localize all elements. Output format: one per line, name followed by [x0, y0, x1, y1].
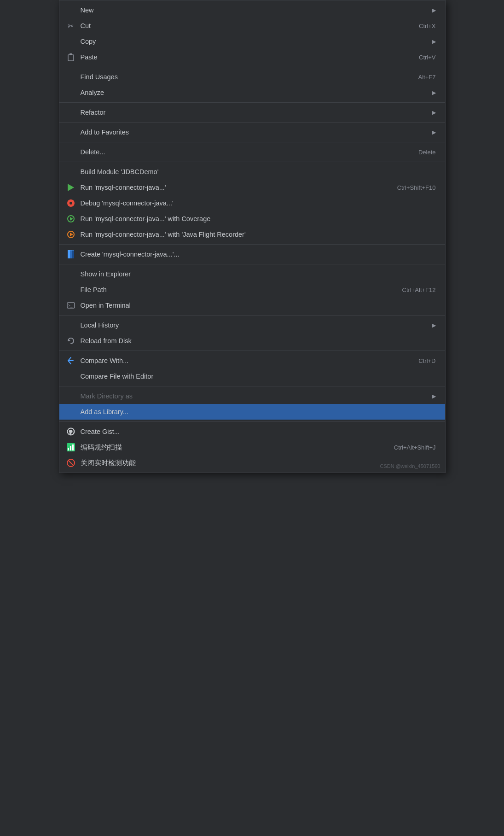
menu-item-mark-directory[interactable]: Mark Directory as▶ [59, 388, 445, 404]
no-icon [66, 371, 76, 381]
menu-item-create-gist[interactable]: Create Gist... [59, 424, 445, 439]
menu-label-add-favorites: Add to Favorites [81, 129, 429, 136]
no-icon [66, 107, 76, 117]
svg-line-18 [68, 361, 71, 364]
archive-icon [66, 249, 76, 259]
menu-item-find-usages[interactable]: Find UsagesAlt+F7 [59, 69, 445, 85]
svg-rect-22 [68, 448, 69, 450]
menu-divider [59, 67, 445, 67]
menu-divider [59, 351, 445, 351]
menu-label-copy: Copy [81, 38, 429, 45]
menu-item-debug[interactable]: Debug 'mysql-connector-java...' [59, 195, 445, 211]
menu-item-copy[interactable]: Copy▶ [59, 34, 445, 49]
svg-rect-11 [70, 250, 72, 258]
menu-item-run[interactable]: Run 'mysql-connector-java...'Ctrl+Shift+… [59, 180, 445, 195]
menu-item-compare-editor[interactable]: Compare File with Editor [59, 368, 445, 384]
menu-divider [59, 122, 445, 123]
context-menu: New▶✂CutCtrl+XCopy▶PasteCtrl+VFind Usage… [59, 0, 446, 473]
no-icon [66, 407, 76, 417]
svg-text:>_: >_ [68, 304, 73, 308]
menu-label-new: New [81, 6, 429, 14]
no-icon [66, 36, 76, 47]
menu-label-run: Run 'mysql-connector-java...' [81, 184, 379, 191]
menu-label-reload-disk: Reload from Disk [81, 337, 436, 345]
menu-item-close-realtime[interactable]: 关闭实时检测功能CSDN @weixin_45071560 [59, 455, 445, 471]
no-icon [66, 5, 76, 15]
menu-divider [59, 386, 445, 386]
menu-label-cut: Cut [81, 22, 401, 29]
menu-item-reload-disk[interactable]: Reload from Disk [59, 333, 445, 349]
menu-item-show-explorer[interactable]: Show in Explorer [59, 266, 445, 282]
menu-label-refactor: Refactor [81, 109, 429, 116]
menu-item-code-scan[interactable]: 编码规约扫描Ctrl+Alt+Shift+J [59, 439, 445, 455]
submenu-arrow-copy: ▶ [432, 39, 436, 45]
menu-item-cut[interactable]: ✂CutCtrl+X [59, 18, 445, 34]
menu-shortcut-compare-with: Ctrl+D [400, 357, 435, 364]
menu-item-local-history[interactable]: Local History▶ [59, 317, 445, 333]
svg-rect-23 [70, 446, 71, 450]
no-icon [66, 147, 76, 157]
svg-marker-9 [70, 233, 73, 236]
debug-icon [66, 198, 76, 208]
menu-item-new[interactable]: New▶ [59, 2, 445, 18]
menu-item-compare-with[interactable]: Compare With...Ctrl+D [59, 353, 445, 368]
svg-line-17 [68, 357, 71, 361]
menu-label-find-usages: Find Usages [81, 73, 400, 81]
menu-item-run-coverage[interactable]: Run 'mysql-connector-java...' with Cover… [59, 211, 445, 227]
menu-label-open-terminal: Open in Terminal [81, 302, 436, 309]
menu-item-paste[interactable]: PasteCtrl+V [59, 49, 445, 65]
no-icon [66, 269, 76, 279]
menu-item-refactor[interactable]: Refactor▶ [59, 105, 445, 120]
menu-label-show-explorer: Show in Explorer [81, 270, 436, 278]
menu-item-file-path[interactable]: File PathCtrl+Alt+F12 [59, 282, 445, 298]
menu-item-run-flight[interactable]: Run 'mysql-connector-java...' with 'Java… [59, 227, 445, 242]
github-icon [66, 427, 76, 437]
menu-item-analyze[interactable]: Analyze▶ [59, 85, 445, 100]
svg-line-26 [68, 460, 74, 466]
no-icon [66, 320, 76, 330]
menu-divider [59, 102, 445, 103]
menu-label-create: Create 'mysql-connector-java...'... [81, 251, 436, 258]
svg-point-3 [70, 202, 72, 205]
svg-rect-12 [72, 250, 74, 258]
svg-marker-16 [68, 339, 70, 341]
submenu-arrow-refactor: ▶ [432, 110, 436, 116]
reload-icon [66, 336, 76, 346]
menu-label-delete: Delete... [81, 148, 400, 156]
menu-divider [59, 162, 445, 162]
svg-rect-0 [68, 55, 74, 61]
menu-label-local-history: Local History [81, 322, 429, 329]
menu-item-build-module[interactable]: Build Module 'JDBCDemo' [59, 164, 445, 180]
watermark-text: CSDN @weixin_45071560 [380, 463, 440, 469]
submenu-arrow-mark-directory: ▶ [432, 393, 436, 399]
no-icon [66, 127, 76, 137]
menu-divider [59, 244, 445, 245]
run-icon [66, 182, 76, 193]
menu-label-create-gist: Create Gist... [81, 428, 436, 435]
menu-label-build-module: Build Module 'JDBCDemo' [81, 168, 436, 175]
no-icon [66, 88, 76, 98]
submenu-arrow-add-favorites: ▶ [432, 129, 436, 135]
no-icon [66, 391, 76, 401]
menu-item-open-terminal[interactable]: >_Open in Terminal [59, 298, 445, 313]
menu-divider [59, 264, 445, 264]
menu-item-add-favorites[interactable]: Add to Favorites▶ [59, 124, 445, 140]
svg-rect-10 [68, 250, 70, 258]
menu-item-delete[interactable]: Delete...Delete [59, 144, 445, 160]
menu-item-add-library[interactable]: Add as Library... [59, 404, 445, 420]
menu-item-create[interactable]: Create 'mysql-connector-java...'... [59, 246, 445, 262]
menu-label-analyze: Analyze [81, 89, 429, 96]
menu-shortcut-file-path: Ctrl+Alt+F12 [384, 286, 436, 293]
menu-label-paste: Paste [81, 53, 401, 61]
menu-label-file-path: File Path [81, 286, 384, 293]
svg-marker-7 [70, 217, 73, 221]
menu-label-code-scan: 编码规约扫描 [81, 443, 376, 452]
menu-label-compare-editor: Compare File with Editor [81, 373, 436, 380]
svg-rect-1 [70, 53, 72, 55]
paste-icon [66, 52, 76, 62]
block-icon [66, 458, 76, 468]
menu-shortcut-paste: Ctrl+V [400, 54, 435, 61]
svg-rect-24 [72, 444, 74, 450]
no-icon [66, 72, 76, 82]
menu-shortcut-code-scan: Ctrl+Alt+Shift+J [376, 444, 436, 451]
